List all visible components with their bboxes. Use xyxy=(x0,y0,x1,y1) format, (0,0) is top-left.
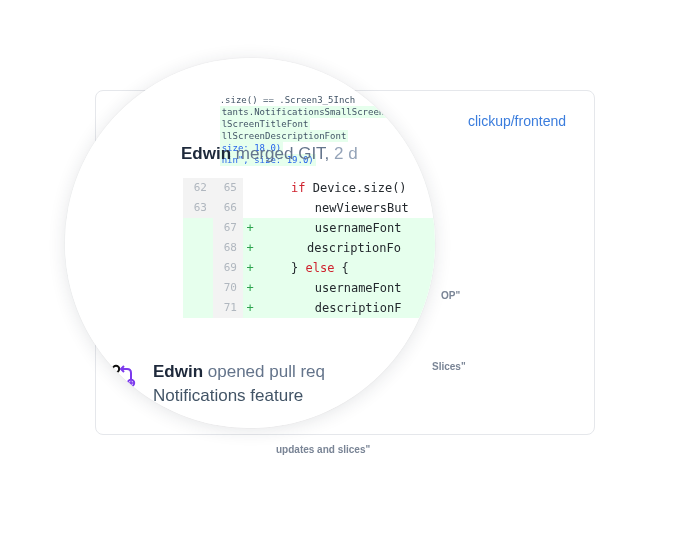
fragment-updates: updates and slices" xyxy=(276,444,370,455)
activity-card: clickup/frontend xyxy=(95,90,595,435)
fragment-op: OP" xyxy=(441,290,460,301)
fragment-slices: Slices" xyxy=(432,361,466,372)
repo-link-row: clickup/frontend xyxy=(96,91,594,129)
repo-link[interactable]: clickup/frontend xyxy=(468,113,566,129)
pull-request-header xyxy=(96,129,594,343)
